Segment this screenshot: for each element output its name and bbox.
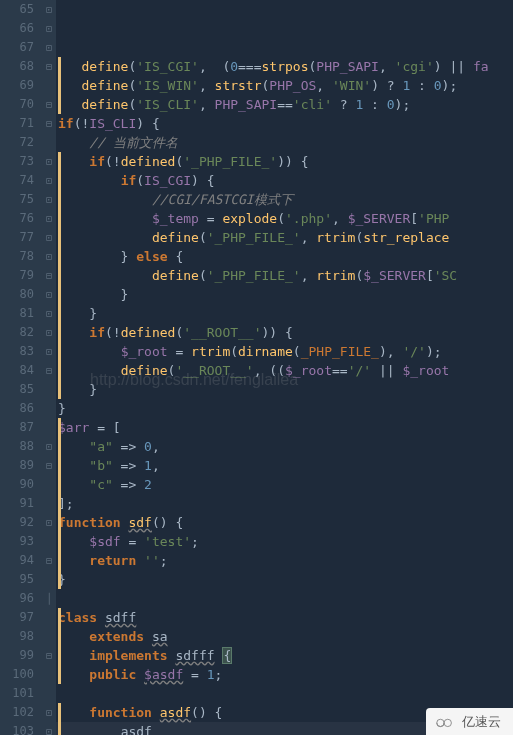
- fold-marker[interactable]: ⊟: [42, 551, 56, 570]
- line-number: 97: [0, 608, 34, 627]
- fold-marker[interactable]: │: [42, 589, 56, 608]
- fold-marker: [42, 418, 56, 437]
- code-line[interactable]: } else {: [58, 247, 513, 266]
- code-line[interactable]: if(!IS_CLI) {: [58, 114, 513, 133]
- line-number: 76: [0, 209, 34, 228]
- line-number: 88: [0, 437, 34, 456]
- fold-marker: [42, 570, 56, 589]
- code-line[interactable]: ];: [58, 494, 513, 513]
- fold-marker[interactable]: ⊡: [42, 703, 56, 722]
- line-number: 94: [0, 551, 34, 570]
- fold-marker: [42, 380, 56, 399]
- fold-marker[interactable]: ⊟: [42, 456, 56, 475]
- line-number: 93: [0, 532, 34, 551]
- code-line[interactable]: define('_PHP_FILE_', rtrim(str_replace: [58, 228, 513, 247]
- code-line[interactable]: }: [58, 285, 513, 304]
- fold-marker[interactable]: ⊟: [42, 266, 56, 285]
- code-line[interactable]: define('IS_CGI', (0===strpos(PHP_SAPI, '…: [58, 57, 513, 76]
- code-line[interactable]: define('__ROOT__', (($_root=='/' || $_ro…: [58, 361, 513, 380]
- line-number: 87: [0, 418, 34, 437]
- fold-marker[interactable]: ⊟: [42, 57, 56, 76]
- code-line[interactable]: if(IS_CGI) {: [58, 171, 513, 190]
- footer-text: 亿速云: [462, 712, 501, 731]
- line-number: 74: [0, 171, 34, 190]
- code-line[interactable]: public $asdf = 1;: [58, 665, 513, 684]
- fold-marker[interactable]: ⊡: [42, 247, 56, 266]
- fold-marker[interactable]: ⊟: [42, 646, 56, 665]
- code-line[interactable]: }: [58, 570, 513, 589]
- fold-marker[interactable]: ⊟: [42, 114, 56, 133]
- line-number: 92: [0, 513, 34, 532]
- fold-marker[interactable]: ⊟: [42, 361, 56, 380]
- code-line[interactable]: $_root = rtrim(dirname(_PHP_FILE_), '/')…: [58, 342, 513, 361]
- line-number: 84: [0, 361, 34, 380]
- code-line[interactable]: extends sa: [58, 627, 513, 646]
- svg-point-1: [444, 719, 451, 726]
- fold-marker[interactable]: ⊡: [42, 190, 56, 209]
- cloud-icon: [434, 715, 456, 729]
- line-number: 86: [0, 399, 34, 418]
- line-number: 66: [0, 19, 34, 38]
- code-line[interactable]: class sdff: [58, 608, 513, 627]
- code-line[interactable]: "c" => 2: [58, 475, 513, 494]
- fold-marker[interactable]: ⊡: [42, 722, 56, 735]
- code-line[interactable]: // 当前文件名: [58, 133, 513, 152]
- code-line[interactable]: }: [58, 399, 513, 418]
- fold-marker: [42, 665, 56, 684]
- line-number: 69: [0, 76, 34, 95]
- code-line[interactable]: define('_PHP_FILE_', rtrim($_SERVER['SC: [58, 266, 513, 285]
- code-line[interactable]: [58, 684, 513, 703]
- fold-marker[interactable]: ⊡: [42, 152, 56, 171]
- line-number: 102: [0, 703, 34, 722]
- code-line[interactable]: if(!defined('_PHP_FILE_')) {: [58, 152, 513, 171]
- code-area[interactable]: define('IS_CGI', (0===strpos(PHP_SAPI, '…: [56, 0, 513, 735]
- code-line[interactable]: define('IS_CLI', PHP_SAPI=='cli' ? 1 : 0…: [58, 95, 513, 114]
- code-line[interactable]: $_temp = explode('.php', $_SERVER['PHP: [58, 209, 513, 228]
- line-number: 79: [0, 266, 34, 285]
- fold-marker[interactable]: ⊡: [42, 342, 56, 361]
- line-number: 68: [0, 57, 34, 76]
- code-line[interactable]: $sdf = 'test';: [58, 532, 513, 551]
- fold-marker[interactable]: ⊡: [42, 19, 56, 38]
- code-line[interactable]: define('IS_WIN', strstr(PHP_OS, 'WIN') ?…: [58, 76, 513, 95]
- line-number: 65: [0, 0, 34, 19]
- line-number: 77: [0, 228, 34, 247]
- fold-marker[interactable]: ⊡: [42, 304, 56, 323]
- fold-marker: [42, 532, 56, 551]
- code-line[interactable]: }: [58, 380, 513, 399]
- code-line[interactable]: [58, 589, 513, 608]
- line-number: 103: [0, 722, 34, 735]
- line-number: 83: [0, 342, 34, 361]
- code-editor[interactable]: 6566676869707172737475767778798081828384…: [0, 0, 513, 735]
- fold-marker[interactable]: ⊡: [42, 437, 56, 456]
- fold-marker[interactable]: ⊡: [42, 228, 56, 247]
- code-line[interactable]: implements sdfff {: [58, 646, 513, 665]
- code-line[interactable]: "a" => 0,: [58, 437, 513, 456]
- code-line[interactable]: "b" => 1,: [58, 456, 513, 475]
- code-line[interactable]: $arr = [: [58, 418, 513, 437]
- line-number: 75: [0, 190, 34, 209]
- line-number: 70: [0, 95, 34, 114]
- code-line[interactable]: return '';: [58, 551, 513, 570]
- fold-marker[interactable]: ⊡: [42, 0, 56, 19]
- fold-marker[interactable]: ⊡: [42, 513, 56, 532]
- fold-marker[interactable]: ⊡: [42, 171, 56, 190]
- line-number: 72: [0, 133, 34, 152]
- code-line[interactable]: function sdf() {: [58, 513, 513, 532]
- line-number: 67: [0, 38, 34, 57]
- fold-marker[interactable]: ⊟: [42, 95, 56, 114]
- line-number: 95: [0, 570, 34, 589]
- line-number: 100: [0, 665, 34, 684]
- fold-marker: [42, 399, 56, 418]
- fold-marker[interactable]: ⊡: [42, 323, 56, 342]
- line-number: 71: [0, 114, 34, 133]
- fold-marker[interactable]: ⊡: [42, 285, 56, 304]
- footer-badge: 亿速云: [426, 708, 513, 735]
- fold-marker[interactable]: ⊡: [42, 209, 56, 228]
- code-line[interactable]: if(!defined('__ROOT__')) {: [58, 323, 513, 342]
- code-line[interactable]: //CGI/FASTCGI模式下: [58, 190, 513, 209]
- fold-column[interactable]: ⊡⊡⊡⊟⊟⊟⊡⊡⊡⊡⊡⊡⊟⊡⊡⊡⊡⊟⊡⊟⊡⊟│⊟⊡⊡: [42, 0, 56, 735]
- code-line[interactable]: }: [58, 304, 513, 323]
- fold-marker: [42, 133, 56, 152]
- fold-marker[interactable]: ⊡: [42, 38, 56, 57]
